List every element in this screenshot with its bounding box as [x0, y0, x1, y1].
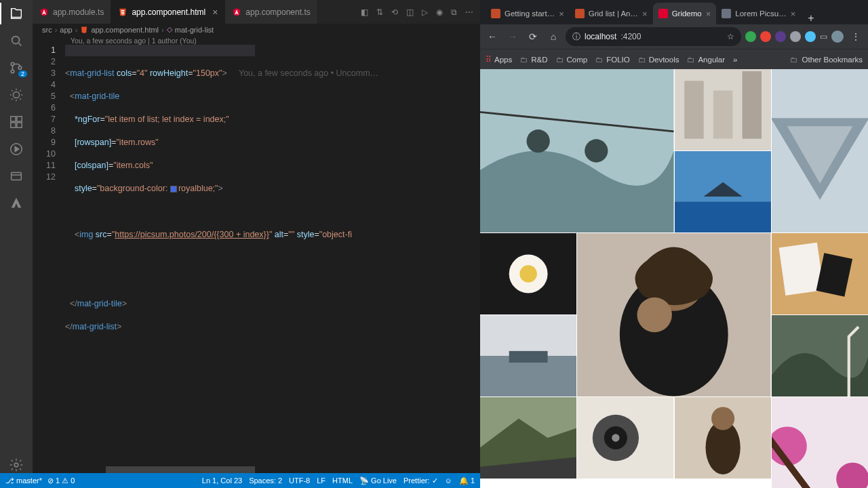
- other-bookmarks[interactable]: 🗀Other Bookmarks: [790, 56, 863, 64]
- tab-app-component-html[interactable]: app.component.html×: [111, 0, 225, 24]
- editor-tabs: app.module.ts app.component.html× app.co…: [33, 0, 318, 24]
- star-icon[interactable]: ☆: [727, 32, 734, 41]
- close-icon[interactable]: ×: [559, 9, 564, 19]
- extension-icon[interactable]: [760, 31, 771, 42]
- forward-button[interactable]: →: [505, 28, 521, 45]
- breadcrumbs[interactable]: src› app› app.component.html› ◇ mat-grid…: [33, 24, 480, 35]
- extensions-icon[interactable]: [8, 114, 24, 130]
- tab-label: Lorem Picsu…: [735, 9, 786, 18]
- tab-label: app.component.html: [132, 7, 205, 17]
- close-icon[interactable]: ×: [642, 9, 648, 19]
- home-button[interactable]: ⌂: [545, 28, 561, 45]
- container-icon[interactable]: [8, 168, 24, 184]
- svg-point-3: [18, 66, 22, 70]
- horizontal-scrollbar[interactable]: [65, 466, 480, 473]
- site-info-icon[interactable]: ⓘ: [572, 31, 580, 43]
- reload-button[interactable]: ⟳: [525, 28, 541, 45]
- settings-gear-icon[interactable]: [8, 457, 24, 473]
- bookmark-folder[interactable]: 🗀FOLIO: [595, 56, 630, 64]
- explorer-icon[interactable]: [8, 5, 24, 22]
- extension-icon[interactable]: [805, 31, 816, 42]
- svg-rect-35: [509, 351, 548, 363]
- notifications-icon[interactable]: 🔔 1: [459, 476, 475, 485]
- bookmarks-overflow[interactable]: »: [733, 56, 737, 64]
- tab-app-module[interactable]: app.module.ts: [33, 0, 111, 24]
- chrome-toolbar: ← → ⟳ ⌂ ⓘ localhost:4200 ☆ ▭ ⋮: [480, 24, 868, 49]
- favicon-icon: [491, 9, 500, 18]
- run-icon[interactable]: [8, 141, 24, 157]
- status-bar: ⎇ master* ⊘ 1 ⚠ 0 Ln 1, Col 23 Spaces: 2…: [0, 473, 480, 488]
- indent-indicator[interactable]: Spaces: 2: [249, 476, 282, 485]
- breadcrumb-item[interactable]: src: [42, 26, 52, 34]
- svg-rect-33: [480, 315, 576, 356]
- tab-app-component-ts[interactable]: app.component.ts: [225, 0, 317, 24]
- split-icon[interactable]: ◫: [406, 7, 414, 17]
- apps-button[interactable]: ⠿Apps: [486, 55, 512, 64]
- chrome-tab-getting-started[interactable]: Getting start…×: [486, 3, 570, 24]
- svg-rect-7: [11, 123, 16, 127]
- prettier-indicator[interactable]: Prettier: ✓: [403, 476, 438, 485]
- problems-indicator[interactable]: ⊘ 1 ⚠ 0: [47, 476, 75, 485]
- feedback-icon[interactable]: ☺: [445, 476, 452, 485]
- scm-icon[interactable]: 2: [8, 60, 24, 76]
- svg-rect-18: [713, 91, 732, 139]
- svg-point-0: [12, 37, 20, 44]
- color-swatch-icon[interactable]: [170, 186, 177, 192]
- address-bar[interactable]: ⓘ localhost:4200 ☆: [566, 27, 741, 46]
- extension-icon[interactable]: [775, 31, 786, 42]
- golive-button[interactable]: 📡 Go Live: [359, 476, 397, 485]
- page-viewport[interactable]: [480, 69, 868, 488]
- debug-icon[interactable]: [8, 87, 24, 103]
- back-button[interactable]: ←: [484, 28, 500, 45]
- menu-icon[interactable]: ⋮: [848, 28, 864, 45]
- bookmark-folder[interactable]: 🗀Angular: [687, 56, 725, 64]
- preview-icon[interactable]: ▷: [422, 7, 428, 17]
- breadcrumb-item[interactable]: mat-grid-list: [175, 26, 214, 34]
- azure-icon[interactable]: [8, 195, 24, 211]
- code-editor[interactable]: 123456789101112 <mat-grid-list cols="4" …: [33, 45, 480, 466]
- close-icon[interactable]: ×: [706, 9, 711, 19]
- editor-tab-row: app.module.ts app.component.html× app.co…: [33, 0, 480, 24]
- bookmark-folder[interactable]: 🗀Devtools: [638, 56, 679, 64]
- bookmark-folder[interactable]: 🗀Comp: [556, 56, 588, 64]
- compare-icon[interactable]: ◧: [361, 7, 368, 17]
- extension-icon[interactable]: [745, 31, 756, 42]
- more-icon[interactable]: ⋯: [465, 7, 473, 17]
- breadcrumb-item[interactable]: app: [60, 26, 72, 34]
- language-indicator[interactable]: HTML: [332, 476, 353, 485]
- extension-icon[interactable]: [790, 31, 801, 42]
- cursor-position[interactable]: Ln 1, Col 23: [202, 476, 242, 485]
- bookmark-folder[interactable]: 🗀R&D: [520, 56, 547, 64]
- layout-icon[interactable]: ⧉: [451, 7, 457, 17]
- close-icon[interactable]: ×: [212, 7, 218, 18]
- chrome-tab-gridemo[interactable]: Gridemo×: [653, 3, 717, 24]
- svg-point-1: [11, 62, 14, 66]
- run-icon[interactable]: ◉: [436, 7, 443, 17]
- blame-annotation: You, a few seconds ago • Uncomm…: [239, 68, 378, 78]
- chrome-tab-gridlist[interactable]: Grid list | An…×: [570, 3, 653, 24]
- code-content[interactable]: <mat-grid-list cols="4" rowHeight="150px…: [65, 45, 480, 466]
- new-tab-button[interactable]: +: [801, 12, 821, 24]
- breadcrumb-item[interactable]: app.component.html: [91, 26, 159, 34]
- vscode-main: 2 app.module.ts app.component.html× app.…: [0, 0, 480, 473]
- line-gutter: 123456789101112: [33, 45, 65, 466]
- codelens[interactable]: You, a few seconds ago | 1 author (You): [33, 37, 480, 45]
- eol-indicator[interactable]: LF: [317, 476, 326, 485]
- encoding-indicator[interactable]: UTF-8: [289, 476, 310, 485]
- cast-icon[interactable]: ▭: [820, 32, 827, 41]
- editor-area: app.module.ts app.component.html× app.co…: [33, 0, 480, 473]
- svg-point-29: [637, 298, 672, 332]
- grid-tile: [480, 69, 674, 232]
- close-icon[interactable]: ×: [791, 9, 796, 19]
- grid-tile: [772, 69, 868, 232]
- open-changes-icon[interactable]: ⟲: [391, 7, 398, 17]
- diff-icon[interactable]: ⇅: [376, 7, 383, 17]
- branch-indicator[interactable]: ⎇ master*: [5, 476, 42, 485]
- profile-icon[interactable]: [831, 30, 844, 43]
- svg-rect-22: [675, 201, 771, 232]
- tab-actions: ◧ ⇅ ⟲ ◫ ▷ ◉ ⧉ ⋯: [354, 7, 480, 17]
- chrome-tab-lorempicsum[interactable]: Lorem Picsu…×: [716, 3, 801, 24]
- grid-tile: [675, 397, 771, 479]
- grid-tile: [772, 233, 868, 314]
- search-icon[interactable]: [8, 33, 24, 49]
